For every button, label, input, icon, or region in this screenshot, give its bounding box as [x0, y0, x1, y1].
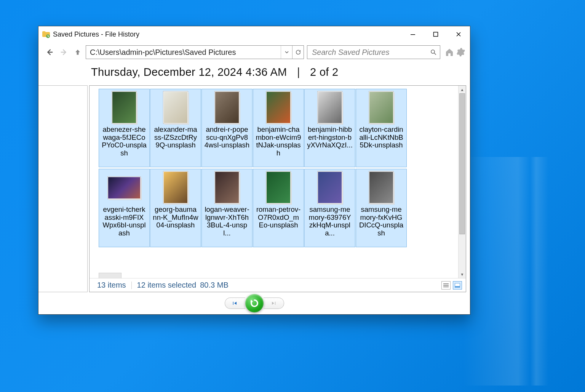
svg-rect-2: [434, 32, 438, 37]
scroll-down-icon[interactable]: ▼: [459, 270, 466, 278]
folder-history-icon: [42, 30, 51, 39]
address-dropdown[interactable]: [281, 46, 292, 59]
details-view-button[interactable]: [441, 281, 451, 290]
thumbnails-view-button[interactable]: [453, 281, 462, 290]
file-name: georg-baumann-K_MufIn4w04-unsplash: [152, 206, 199, 229]
file-item[interactable]: logan-weaver-lgnwvr-XhT6h3BuL-4-unspl...: [201, 169, 253, 247]
file-thumbnail: [318, 91, 342, 123]
file-item[interactable]: benjamin-hibbert-hingston-byXVrNaXQzI...: [304, 89, 355, 167]
svg-rect-1: [411, 34, 415, 35]
snapshot-index: 2 of 2: [310, 66, 338, 78]
address-bar[interactable]: [86, 45, 304, 59]
up-button[interactable]: [73, 48, 83, 56]
previous-version-button[interactable]: [225, 298, 245, 309]
tree-pane[interactable]: [38, 85, 88, 292]
file-item[interactable]: clayton-cardinalli-LcNKtNbB5Dk-unsplash: [356, 89, 407, 167]
titlebar: Saved Pictures - File History: [38, 26, 470, 42]
file-name: abenezer-shewaga-5fJECoPYoC0-unsplash: [101, 126, 148, 157]
scroll-thumb[interactable]: [459, 93, 465, 234]
file-item[interactable]: andrei-r-popescu-qnXgPv84wsI-unsplash: [201, 89, 253, 167]
svg-rect-7: [443, 283, 449, 284]
search-box[interactable]: [307, 45, 440, 59]
status-bar: 13 items 12 items selected 80.3 MB: [90, 278, 466, 292]
file-name: clayton-cardinalli-LcNKtNbB5Dk-unsplash: [358, 126, 405, 149]
refresh-button[interactable]: [292, 46, 304, 59]
file-name: samsung-memory-63976YzkHqM-unspla...: [306, 206, 353, 237]
svg-rect-13: [275, 302, 275, 305]
file-thumbnail: [369, 91, 393, 123]
file-item-partial[interactable]: [99, 273, 121, 278]
svg-rect-11: [455, 283, 460, 286]
svg-line-6: [434, 53, 436, 55]
file-item[interactable]: alexander-mass-lZSzcDtRy9Q-unsplash: [150, 89, 201, 167]
files-pane: abenezer-shewaga-5fJECoPYoC0-unsplashale…: [89, 85, 466, 292]
svg-rect-8: [443, 285, 449, 286]
minimize-button[interactable]: [401, 26, 424, 42]
file-thumbnail: [215, 91, 239, 123]
restore-button[interactable]: [245, 294, 264, 312]
scroll-up-icon[interactable]: ▲: [459, 86, 466, 93]
maximize-button[interactable]: [424, 26, 447, 42]
file-name: evgeni-tcherkasski-m9FIXWpx6bI-unsplash: [101, 206, 148, 237]
file-name: andrei-r-popescu-qnXgPv84wsI-unsplash: [203, 126, 251, 149]
status-total: 13 items: [97, 281, 126, 290]
file-thumbnail: [163, 171, 188, 203]
home-icon[interactable]: [444, 47, 455, 58]
file-name: roman-petrov-O7R0xdO_mEo-unsplash: [255, 206, 302, 229]
window-title: Saved Pictures - File History: [53, 30, 139, 38]
separator: |: [297, 66, 300, 78]
file-item[interactable]: georg-baumann-K_MufIn4w04-unsplash: [150, 169, 201, 247]
file-item[interactable]: samsung-memory-fxKvHGDICcQ-unsplash: [356, 169, 407, 247]
back-button[interactable]: [44, 46, 55, 58]
file-thumbnail: [163, 91, 188, 123]
file-thumbnail: [318, 171, 342, 203]
gear-icon[interactable]: [456, 47, 466, 58]
search-input[interactable]: [311, 48, 429, 57]
vertical-scrollbar[interactable]: ▲ ▼: [458, 86, 466, 278]
file-name: logan-weaver-lgnwvr-XhT6h3BuL-4-unspl...: [203, 206, 251, 237]
file-grid: abenezer-shewaga-5fJECoPYoC0-unsplashale…: [90, 86, 458, 278]
snapshot-timestamp: Thursday, December 12, 2024 4:36 AM: [91, 66, 287, 78]
file-thumbnail: [215, 171, 239, 203]
status-size: 80.3 MB: [200, 281, 228, 290]
file-thumbnail: [266, 91, 291, 123]
forward-button[interactable]: [58, 46, 70, 58]
file-thumbnail: [108, 177, 141, 199]
file-item[interactable]: abenezer-shewaga-5fJECoPYoC0-unsplash: [99, 89, 150, 167]
svg-rect-12: [233, 302, 233, 305]
svg-point-5: [431, 50, 435, 53]
file-name: alexander-mass-lZSzcDtRy9Q-unsplash: [152, 126, 199, 149]
file-thumbnail: [266, 171, 291, 203]
file-history-window: Saved Pictures - File History: [38, 26, 470, 315]
file-thumbnail: [112, 91, 136, 123]
file-item[interactable]: samsung-memory-63976YzkHqM-unspla...: [304, 169, 355, 247]
file-name: benjamin-chambon-eWcim9tNJak-unsplash: [255, 126, 302, 157]
next-version-button[interactable]: [264, 298, 284, 309]
separator: [131, 282, 132, 289]
address-input[interactable]: [86, 46, 281, 59]
close-button[interactable]: [447, 26, 470, 42]
file-name: samsung-memory-fxKvHGDICcQ-unsplash: [358, 206, 405, 237]
file-name: benjamin-hibbert-hingston-byXVrNaXQzI...: [306, 126, 353, 149]
navigation-bar: [38, 42, 470, 64]
snapshot-info: Thursday, December 12, 2024 4:36 AM | 2 …: [38, 64, 470, 85]
file-item[interactable]: roman-petrov-O7R0xdO_mEo-unsplash: [253, 169, 304, 247]
history-controls: [38, 292, 470, 314]
status-selected: 12 items selected: [137, 281, 197, 290]
file-item[interactable]: benjamin-chambon-eWcim9tNJak-unsplash: [253, 89, 304, 167]
search-icon[interactable]: [429, 49, 438, 56]
file-item[interactable]: evgeni-tcherkasski-m9FIXWpx6bI-unsplash: [99, 169, 150, 247]
file-thumbnail: [369, 171, 393, 203]
svg-rect-9: [443, 286, 449, 287]
